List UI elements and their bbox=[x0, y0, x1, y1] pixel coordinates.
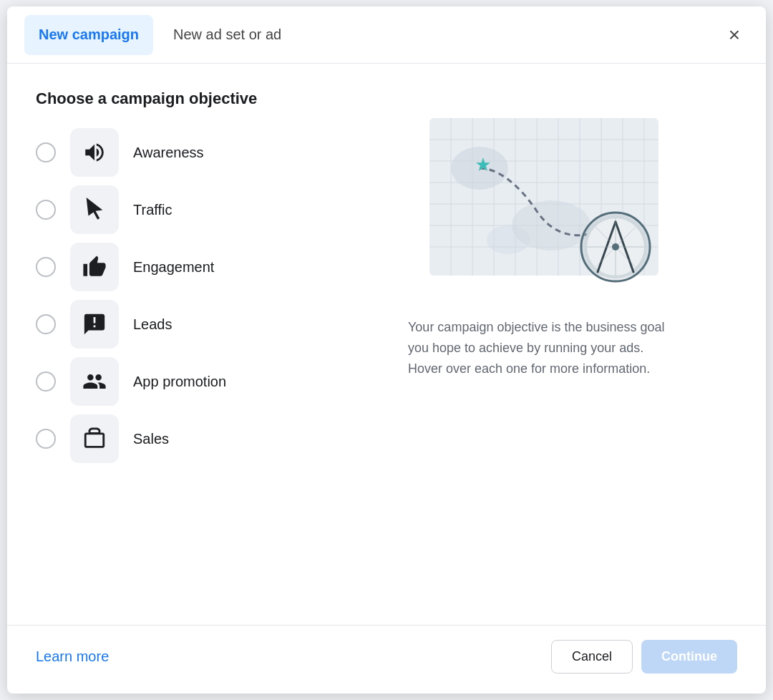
learn-more-link[interactable]: Learn more bbox=[36, 648, 109, 665]
dialog-footer: Learn more Cancel Continue bbox=[7, 625, 766, 694]
svg-point-30 bbox=[612, 243, 619, 251]
description-text: Your campaign objective is the business … bbox=[408, 317, 680, 379]
svg-point-19 bbox=[487, 225, 530, 254]
sales-label: Sales bbox=[133, 431, 169, 447]
sales-icon-box bbox=[70, 414, 119, 463]
engagement-label: Engagement bbox=[133, 259, 214, 276]
thumbsup-icon bbox=[82, 255, 107, 279]
objective-engagement[interactable]: Engagement bbox=[36, 243, 379, 291]
footer-buttons: Cancel Continue bbox=[551, 640, 737, 674]
objectives-list: Awareness Traffic bbox=[36, 128, 379, 463]
left-panel: Choose a campaign objective Awareness bbox=[36, 89, 379, 611]
objective-app-promotion[interactable]: App promotion bbox=[36, 357, 379, 406]
radio-traffic[interactable] bbox=[36, 200, 56, 220]
radio-awareness[interactable] bbox=[36, 142, 56, 162]
objective-awareness[interactable]: Awareness bbox=[36, 128, 379, 177]
app-promotion-icon-box bbox=[70, 357, 119, 406]
close-button[interactable]: × bbox=[720, 21, 749, 49]
radio-sales[interactable] bbox=[36, 429, 56, 449]
dialog-header: New campaign New ad set or ad × bbox=[7, 6, 766, 64]
leads-icon-box bbox=[70, 300, 119, 349]
objective-leads[interactable]: Leads bbox=[36, 300, 379, 349]
radio-leads[interactable] bbox=[36, 314, 56, 334]
dialog-body: Choose a campaign objective Awareness bbox=[7, 64, 766, 625]
people-icon bbox=[82, 369, 107, 394]
cursor-icon bbox=[82, 198, 107, 222]
tab-new-campaign[interactable]: New campaign bbox=[24, 15, 153, 55]
objective-sales[interactable]: Sales bbox=[36, 414, 379, 463]
campaign-dialog: New campaign New ad set or ad × Choose a… bbox=[7, 6, 766, 694]
awareness-label: Awareness bbox=[133, 145, 204, 161]
radio-engagement[interactable] bbox=[36, 257, 56, 277]
briefcase-icon bbox=[82, 427, 107, 451]
cancel-button[interactable]: Cancel bbox=[551, 640, 633, 674]
leads-label: Leads bbox=[133, 316, 172, 333]
section-title: Choose a campaign objective bbox=[36, 89, 379, 108]
app-promotion-label: App promotion bbox=[133, 374, 226, 390]
chat-icon bbox=[82, 312, 107, 336]
traffic-label: Traffic bbox=[133, 202, 172, 218]
megaphone-icon bbox=[82, 140, 107, 165]
campaign-illustration bbox=[408, 97, 680, 297]
awareness-icon-box bbox=[70, 128, 119, 177]
objective-traffic[interactable]: Traffic bbox=[36, 185, 379, 234]
radio-app-promotion[interactable] bbox=[36, 371, 56, 392]
right-panel: Your campaign objective is the business … bbox=[408, 89, 737, 611]
traffic-icon-box bbox=[70, 185, 119, 234]
tab-new-ad[interactable]: New ad set or ad bbox=[159, 15, 296, 55]
engagement-icon-box bbox=[70, 243, 119, 291]
continue-button[interactable]: Continue bbox=[641, 640, 737, 674]
